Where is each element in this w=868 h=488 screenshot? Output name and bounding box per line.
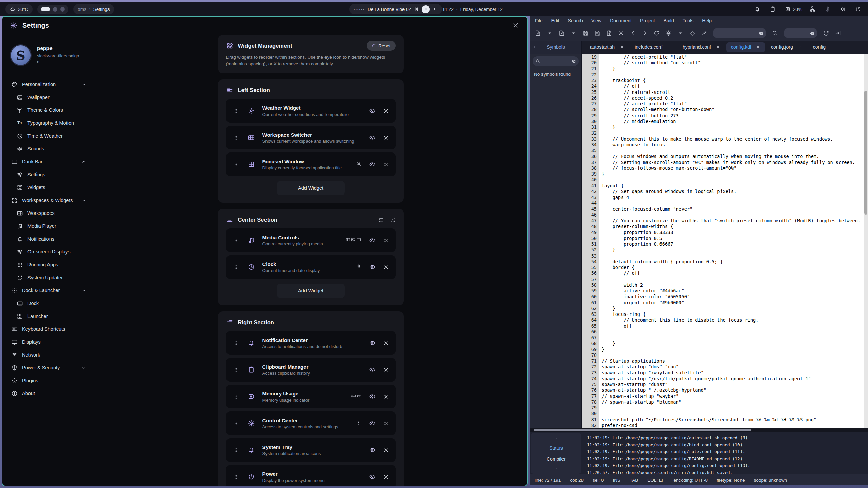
zoom-in-icon[interactable] — [356, 161, 361, 166]
menu-item[interactable]: File — [535, 18, 543, 23]
code-line[interactable]: // scroll-method "no-scroll" — [601, 60, 864, 66]
caret-down-icon[interactable] — [677, 30, 684, 36]
save-as-icon[interactable] — [594, 30, 600, 36]
menu-item[interactable]: Edit — [551, 18, 559, 23]
code-line[interactable] — [601, 177, 864, 183]
code-line[interactable] — [601, 335, 864, 341]
sidebar-item[interactable]: Notifications — [13, 232, 90, 245]
tab-close-icon[interactable] — [831, 45, 835, 49]
menu-item[interactable]: Document — [610, 18, 632, 23]
bluetooth-icon[interactable] — [825, 6, 831, 12]
eye-icon[interactable] — [369, 237, 376, 244]
document-tab[interactable]: autostart.sh — [585, 42, 629, 52]
sidebar-item[interactable]: Plugins — [8, 374, 90, 387]
output-tab[interactable]: Compiler — [547, 456, 566, 462]
sidebar-item[interactable]: Dock — [13, 297, 90, 310]
code-line[interactable] — [601, 72, 864, 78]
sidebar-item[interactable]: Theme & Colors — [13, 104, 90, 117]
document-tab[interactable]: config — [808, 42, 840, 52]
arrows-h-icon[interactable] — [356, 393, 361, 399]
code-line[interactable]: // off — [601, 270, 864, 276]
sidebar-item[interactable]: Time & Weather — [13, 129, 90, 142]
status-segment[interactable]: INS — [613, 477, 620, 483]
code-line[interactable] — [601, 200, 864, 206]
goto-icon[interactable] — [835, 30, 841, 36]
code-line[interactable]: trackpoint { — [601, 78, 864, 83]
drag-handle-icon[interactable] — [233, 421, 239, 426]
code-line[interactable]: spawn-at-startup "dunst" — [601, 382, 864, 387]
code-line[interactable]: // You can customize the widths that "sw… — [601, 218, 864, 224]
tab-close-icon[interactable] — [798, 45, 802, 49]
code-line[interactable]: } — [601, 171, 864, 177]
sidebar-item[interactable]: On-screen Displays — [13, 245, 90, 258]
code-line[interactable]: } — [601, 306, 864, 311]
symbols-search-field[interactable] — [533, 56, 579, 66]
tray-item[interactable] — [754, 6, 763, 12]
sidebar-item[interactable]: Wallpaper — [13, 91, 90, 104]
remove-icon[interactable] — [383, 447, 389, 453]
drag-handle-icon[interactable] — [233, 135, 239, 141]
code-line[interactable]: gaps 4 — [601, 195, 864, 200]
replace-field[interactable] — [784, 28, 817, 38]
menu-item[interactable]: Tools — [683, 18, 694, 23]
drag-handle-icon[interactable] — [233, 264, 239, 270]
status-segment[interactable]: sel: 0 — [593, 477, 604, 483]
sidebar-item[interactable]: Widgets — [13, 181, 90, 194]
widget-row[interactable]: Memory Usage Memory usage indicator — [226, 385, 396, 408]
drag-handle-icon[interactable] — [233, 474, 239, 480]
remove-icon[interactable] — [383, 135, 389, 141]
sidebar-item[interactable]: TT Typography & Motion — [13, 117, 90, 129]
code-line[interactable] — [601, 411, 864, 416]
eye-icon[interactable] — [369, 134, 376, 141]
code-line[interactable]: // Uncomment this to make the mouse warp… — [601, 136, 864, 142]
code-line[interactable]: // focus-follows-mouse max-scroll-amount… — [601, 165, 864, 171]
code-line[interactable]: warp-mouse-to-focus — [601, 142, 864, 148]
drag-handle-icon[interactable] — [233, 340, 239, 346]
ruler-icon[interactable] — [351, 393, 356, 399]
zoom-in-icon[interactable] — [356, 264, 361, 269]
media-next-button[interactable] — [432, 6, 438, 12]
tab-close-icon[interactable] — [756, 45, 760, 49]
doc-new-icon[interactable] — [535, 30, 541, 36]
drag-handle-icon[interactable] — [233, 238, 239, 243]
workspace-indicator[interactable] — [37, 5, 68, 14]
code-line[interactable] — [601, 130, 864, 136]
code-line[interactable]: layout { — [601, 183, 864, 189]
code-line[interactable]: inactive-color "#505050" — [601, 294, 864, 300]
clipboard-icon[interactable] — [770, 6, 776, 12]
remove-icon[interactable] — [383, 367, 389, 373]
settings-close-button[interactable] — [512, 22, 519, 29]
code-line[interactable]: border { — [601, 265, 864, 270]
remove-icon[interactable] — [383, 108, 389, 114]
add-widget-button[interactable]: Add Widget — [277, 181, 345, 195]
output-tab[interactable]: Status — [549, 445, 563, 451]
symbols-pane-header[interactable]: Symbols — [530, 41, 582, 54]
code-line[interactable]: // Focus windows and outputs automatical… — [601, 154, 864, 159]
drag-handle-icon[interactable] — [233, 367, 239, 373]
symbols-search-input[interactable] — [540, 59, 571, 64]
code-line[interactable]: active-color "#4db6ac" — [601, 288, 864, 294]
remove-icon[interactable] — [383, 238, 389, 243]
code-line[interactable]: } — [601, 66, 864, 72]
eye-icon[interactable] — [369, 161, 376, 168]
clock-pill[interactable]: 11:22 • Friday, December 12 — [438, 4, 507, 14]
drag-handle-icon[interactable] — [233, 394, 239, 400]
status-segment[interactable]: TAB — [630, 477, 638, 483]
code-line[interactable] — [601, 253, 864, 259]
sidebar-item[interactable]: Media Player — [13, 220, 90, 232]
document-tab[interactable]: config.jorg — [766, 42, 807, 52]
doc-export-icon[interactable] — [606, 30, 612, 36]
sidebar-item[interactable]: Network — [8, 348, 90, 361]
panel-right-icon[interactable] — [356, 237, 361, 242]
remove-icon[interactable] — [383, 421, 389, 426]
code-line[interactable]: urgent-color "#9b0000" — [601, 300, 864, 306]
code-line[interactable]: } — [601, 341, 864, 346]
code-line[interactable]: width 2 — [601, 282, 864, 288]
code-line[interactable]: // middle-emulation — [601, 119, 864, 124]
drag-handle-icon[interactable] — [233, 162, 239, 167]
code-line[interactable]: proportion 0.33333 — [601, 230, 864, 236]
remove-icon[interactable] — [383, 162, 389, 167]
code-line[interactable] — [601, 148, 864, 154]
sidebar-item[interactable]: About — [8, 387, 90, 400]
horizontal-scrollbar[interactable] — [530, 428, 868, 432]
